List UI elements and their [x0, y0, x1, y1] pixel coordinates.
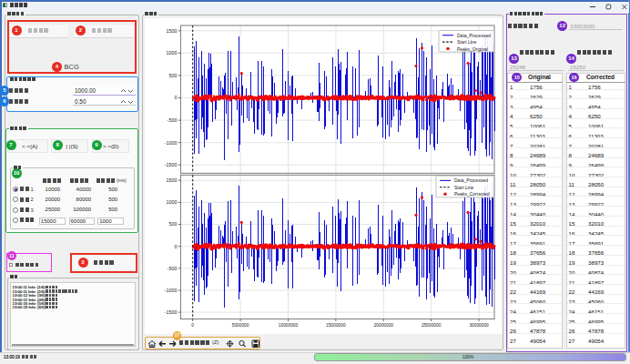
svg-text:-1000: -1000	[165, 140, 178, 146]
svg-text:500: 500	[168, 221, 177, 227]
svg-text:Peaks_Original: Peaks_Original	[457, 46, 488, 52]
svg-text:0: 0	[174, 244, 177, 249]
svg-text:15000000: 15000000	[326, 323, 346, 328]
svg-text:0: 0	[174, 95, 177, 100]
svg-text:1000: 1000	[166, 199, 177, 205]
svg-text:1000: 1000	[166, 50, 177, 56]
svg-text:Peaks_Corrected: Peaks_Corrected	[454, 191, 490, 197]
svg-text:10000000: 10000000	[279, 323, 299, 328]
svg-text:1500: 1500	[166, 28, 177, 34]
svg-text:500: 500	[168, 73, 177, 78]
svg-text:-1500: -1500	[165, 162, 178, 167]
svg-text:0: 0	[191, 323, 194, 328]
svg-text:25000000: 25000000	[422, 323, 442, 328]
svg-text:Data_Processed: Data_Processed	[454, 177, 488, 183]
svg-text:30000000: 30000000	[469, 323, 489, 328]
svg-text:-500: -500	[168, 266, 178, 271]
svg-text:1500: 1500	[166, 177, 177, 183]
svg-text:Start Line: Start Line	[454, 185, 474, 190]
svg-text:20000000: 20000000	[374, 323, 394, 328]
svg-text:5000000: 5000000	[232, 323, 249, 328]
svg-text:-500: -500	[168, 117, 178, 123]
svg-text:-1500: -1500	[165, 309, 178, 315]
svg-text:-1000: -1000	[165, 288, 178, 293]
svg-text:Start Line: Start Line	[457, 39, 477, 45]
svg-text:Data_Processed: Data_Processed	[457, 33, 491, 38]
